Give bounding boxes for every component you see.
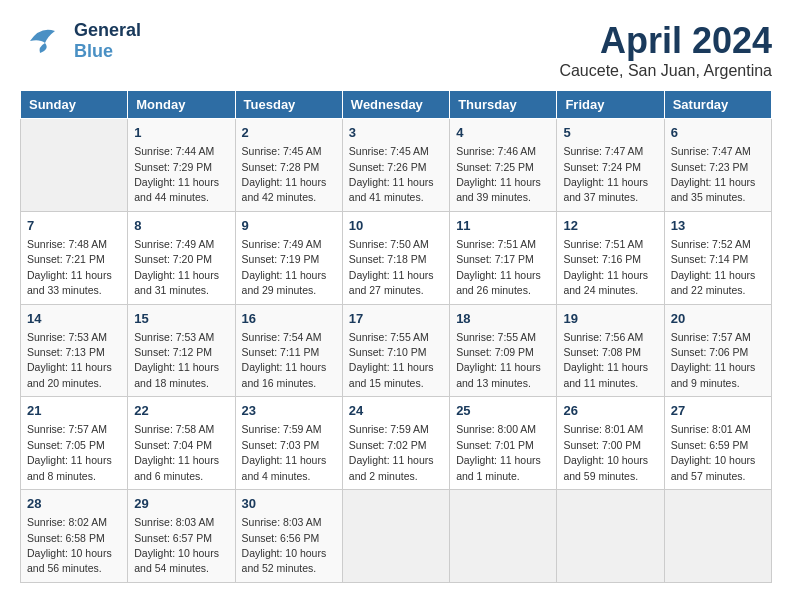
calendar-cell: 23Sunrise: 7:59 AM Sunset: 7:03 PM Dayli… [235, 397, 342, 490]
day-number: 7 [27, 217, 121, 235]
col-header-monday: Monday [128, 91, 235, 119]
calendar-cell: 4Sunrise: 7:46 AM Sunset: 7:25 PM Daylig… [450, 119, 557, 212]
calendar-week-1: 1Sunrise: 7:44 AM Sunset: 7:29 PM Daylig… [21, 119, 772, 212]
day-number: 16 [242, 310, 336, 328]
col-header-thursday: Thursday [450, 91, 557, 119]
day-info: Sunrise: 7:57 AM Sunset: 7:06 PM Dayligh… [671, 331, 756, 389]
calendar-cell: 17Sunrise: 7:55 AM Sunset: 7:10 PM Dayli… [342, 304, 449, 397]
day-info: Sunrise: 7:51 AM Sunset: 7:17 PM Dayligh… [456, 238, 541, 296]
calendar-cell [342, 490, 449, 583]
logo-bird-icon [20, 21, 70, 61]
col-header-saturday: Saturday [664, 91, 771, 119]
day-info: Sunrise: 7:56 AM Sunset: 7:08 PM Dayligh… [563, 331, 648, 389]
day-number: 29 [134, 495, 228, 513]
day-number: 11 [456, 217, 550, 235]
calendar-cell [664, 490, 771, 583]
day-number: 25 [456, 402, 550, 420]
day-number: 19 [563, 310, 657, 328]
day-number: 8 [134, 217, 228, 235]
day-info: Sunrise: 7:45 AM Sunset: 7:28 PM Dayligh… [242, 145, 327, 203]
day-number: 21 [27, 402, 121, 420]
calendar-cell: 22Sunrise: 7:58 AM Sunset: 7:04 PM Dayli… [128, 397, 235, 490]
col-header-friday: Friday [557, 91, 664, 119]
month-title: April 2024 [559, 20, 772, 62]
day-info: Sunrise: 7:46 AM Sunset: 7:25 PM Dayligh… [456, 145, 541, 203]
day-info: Sunrise: 8:03 AM Sunset: 6:57 PM Dayligh… [134, 516, 219, 574]
calendar-table: SundayMondayTuesdayWednesdayThursdayFrid… [20, 90, 772, 583]
day-info: Sunrise: 7:48 AM Sunset: 7:21 PM Dayligh… [27, 238, 112, 296]
logo-general: General [74, 20, 141, 41]
day-info: Sunrise: 7:44 AM Sunset: 7:29 PM Dayligh… [134, 145, 219, 203]
day-info: Sunrise: 7:49 AM Sunset: 7:20 PM Dayligh… [134, 238, 219, 296]
day-number: 6 [671, 124, 765, 142]
day-number: 22 [134, 402, 228, 420]
day-number: 4 [456, 124, 550, 142]
day-info: Sunrise: 7:45 AM Sunset: 7:26 PM Dayligh… [349, 145, 434, 203]
day-info: Sunrise: 7:58 AM Sunset: 7:04 PM Dayligh… [134, 423, 219, 481]
calendar-cell: 18Sunrise: 7:55 AM Sunset: 7:09 PM Dayli… [450, 304, 557, 397]
col-header-wednesday: Wednesday [342, 91, 449, 119]
day-info: Sunrise: 7:52 AM Sunset: 7:14 PM Dayligh… [671, 238, 756, 296]
calendar-cell: 11Sunrise: 7:51 AM Sunset: 7:17 PM Dayli… [450, 211, 557, 304]
day-info: Sunrise: 8:02 AM Sunset: 6:58 PM Dayligh… [27, 516, 112, 574]
calendar-cell: 14Sunrise: 7:53 AM Sunset: 7:13 PM Dayli… [21, 304, 128, 397]
day-info: Sunrise: 7:55 AM Sunset: 7:10 PM Dayligh… [349, 331, 434, 389]
page-header: General Blue April 2024 Caucete, San Jua… [20, 20, 772, 80]
col-header-tuesday: Tuesday [235, 91, 342, 119]
calendar-cell: 26Sunrise: 8:01 AM Sunset: 7:00 PM Dayli… [557, 397, 664, 490]
calendar-cell [21, 119, 128, 212]
day-number: 23 [242, 402, 336, 420]
location-subtitle: Caucete, San Juan, Argentina [559, 62, 772, 80]
day-number: 17 [349, 310, 443, 328]
day-info: Sunrise: 7:57 AM Sunset: 7:05 PM Dayligh… [27, 423, 112, 481]
calendar-cell: 24Sunrise: 7:59 AM Sunset: 7:02 PM Dayli… [342, 397, 449, 490]
calendar-cell: 15Sunrise: 7:53 AM Sunset: 7:12 PM Dayli… [128, 304, 235, 397]
calendar-cell: 29Sunrise: 8:03 AM Sunset: 6:57 PM Dayli… [128, 490, 235, 583]
day-number: 3 [349, 124, 443, 142]
calendar-cell [557, 490, 664, 583]
logo: General Blue [20, 20, 141, 62]
day-info: Sunrise: 7:59 AM Sunset: 7:02 PM Dayligh… [349, 423, 434, 481]
day-number: 20 [671, 310, 765, 328]
calendar-cell: 10Sunrise: 7:50 AM Sunset: 7:18 PM Dayli… [342, 211, 449, 304]
day-number: 12 [563, 217, 657, 235]
col-header-sunday: Sunday [21, 91, 128, 119]
day-info: Sunrise: 7:50 AM Sunset: 7:18 PM Dayligh… [349, 238, 434, 296]
day-number: 18 [456, 310, 550, 328]
calendar-cell: 5Sunrise: 7:47 AM Sunset: 7:24 PM Daylig… [557, 119, 664, 212]
calendar-cell: 3Sunrise: 7:45 AM Sunset: 7:26 PM Daylig… [342, 119, 449, 212]
calendar-cell: 16Sunrise: 7:54 AM Sunset: 7:11 PM Dayli… [235, 304, 342, 397]
calendar-week-3: 14Sunrise: 7:53 AM Sunset: 7:13 PM Dayli… [21, 304, 772, 397]
day-info: Sunrise: 7:49 AM Sunset: 7:19 PM Dayligh… [242, 238, 327, 296]
day-number: 28 [27, 495, 121, 513]
day-number: 26 [563, 402, 657, 420]
calendar-cell: 9Sunrise: 7:49 AM Sunset: 7:19 PM Daylig… [235, 211, 342, 304]
day-number: 13 [671, 217, 765, 235]
calendar-cell: 20Sunrise: 7:57 AM Sunset: 7:06 PM Dayli… [664, 304, 771, 397]
day-info: Sunrise: 8:00 AM Sunset: 7:01 PM Dayligh… [456, 423, 541, 481]
day-number: 1 [134, 124, 228, 142]
day-number: 27 [671, 402, 765, 420]
calendar-cell: 27Sunrise: 8:01 AM Sunset: 6:59 PM Dayli… [664, 397, 771, 490]
calendar-cell: 7Sunrise: 7:48 AM Sunset: 7:21 PM Daylig… [21, 211, 128, 304]
day-number: 5 [563, 124, 657, 142]
calendar-cell: 6Sunrise: 7:47 AM Sunset: 7:23 PM Daylig… [664, 119, 771, 212]
calendar-cell [450, 490, 557, 583]
day-info: Sunrise: 7:55 AM Sunset: 7:09 PM Dayligh… [456, 331, 541, 389]
day-info: Sunrise: 7:54 AM Sunset: 7:11 PM Dayligh… [242, 331, 327, 389]
day-number: 24 [349, 402, 443, 420]
day-number: 14 [27, 310, 121, 328]
calendar-week-5: 28Sunrise: 8:02 AM Sunset: 6:58 PM Dayli… [21, 490, 772, 583]
calendar-week-2: 7Sunrise: 7:48 AM Sunset: 7:21 PM Daylig… [21, 211, 772, 304]
day-number: 10 [349, 217, 443, 235]
day-number: 15 [134, 310, 228, 328]
day-number: 30 [242, 495, 336, 513]
calendar-header-row: SundayMondayTuesdayWednesdayThursdayFrid… [21, 91, 772, 119]
calendar-cell: 1Sunrise: 7:44 AM Sunset: 7:29 PM Daylig… [128, 119, 235, 212]
day-info: Sunrise: 8:01 AM Sunset: 7:00 PM Dayligh… [563, 423, 648, 481]
day-info: Sunrise: 8:03 AM Sunset: 6:56 PM Dayligh… [242, 516, 327, 574]
calendar-cell: 21Sunrise: 7:57 AM Sunset: 7:05 PM Dayli… [21, 397, 128, 490]
calendar-cell: 30Sunrise: 8:03 AM Sunset: 6:56 PM Dayli… [235, 490, 342, 583]
logo-blue: Blue [74, 41, 141, 62]
calendar-cell: 12Sunrise: 7:51 AM Sunset: 7:16 PM Dayli… [557, 211, 664, 304]
